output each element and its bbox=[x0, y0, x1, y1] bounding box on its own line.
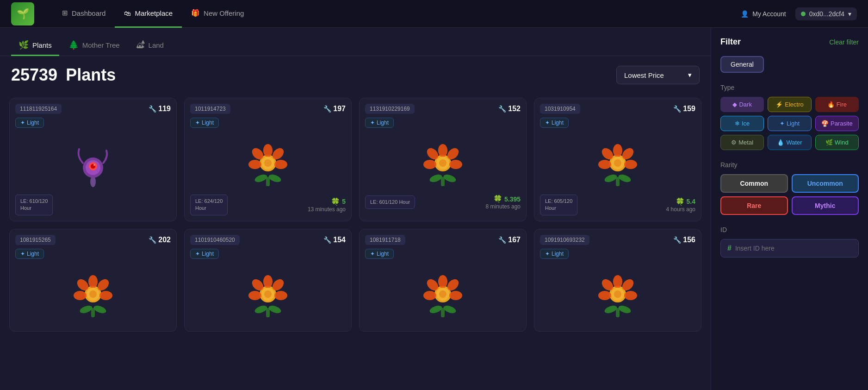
tab-plants[interactable]: 🌿 Plants bbox=[11, 35, 59, 56]
filter-rare[interactable]: Rare bbox=[720, 196, 788, 215]
plant-card[interactable]: 111811925164 🔧 119 ✦ Light bbox=[9, 98, 177, 221]
plant-card[interactable]: 1091910693232 🔧 156 ✦ Light bbox=[534, 229, 701, 332]
plant-card[interactable]: 1011914723 🔧 197 ✦ Light bbox=[184, 98, 352, 221]
filter-dark[interactable]: ◆ Dark bbox=[720, 97, 764, 112]
card-footer: LE: 610/120Hour bbox=[15, 195, 171, 215]
plant-image bbox=[15, 135, 171, 191]
rarity-filters: Common Uncommon Rare Mythic bbox=[720, 174, 859, 215]
svg-point-23 bbox=[449, 160, 462, 169]
svg-point-43 bbox=[88, 275, 98, 288]
power-icon: 🔧 bbox=[323, 236, 331, 244]
svg-point-54 bbox=[263, 275, 273, 288]
account-button[interactable]: 👤 My Account bbox=[741, 10, 786, 18]
id-section: # bbox=[720, 239, 859, 258]
power-value: 202 bbox=[158, 236, 171, 244]
svg-point-19 bbox=[442, 173, 457, 184]
logo-icon: 🌱 bbox=[11, 2, 34, 25]
svg-point-25 bbox=[423, 160, 436, 169]
type-label: Light bbox=[27, 251, 39, 257]
logo[interactable]: 🌱 bbox=[11, 2, 34, 25]
type-badge: ✦ Light bbox=[190, 118, 219, 128]
nav-new-offering[interactable]: 🎁 New Offering bbox=[182, 0, 253, 28]
filter-uncommon[interactable]: Uncommon bbox=[792, 174, 859, 193]
parasite-icon: 🍄 bbox=[821, 120, 829, 127]
wallet-status-dot bbox=[801, 12, 806, 16]
land-tab-icon: 🏕 bbox=[136, 40, 145, 50]
filter-ice[interactable]: ❄ Ice bbox=[720, 116, 764, 131]
plant-card[interactable]: 1081915265 🔧 202 ✦ Light bbox=[9, 229, 177, 332]
type-icon: ✦ bbox=[195, 251, 200, 257]
svg-point-32 bbox=[613, 144, 622, 157]
svg-point-62 bbox=[428, 304, 443, 315]
plant-card[interactable]: 1081911718 🔧 167 ✦ Light bbox=[359, 229, 527, 332]
svg-point-69 bbox=[423, 291, 436, 300]
filter-mythic[interactable]: Mythic bbox=[792, 196, 859, 215]
card-header: 1101910460520 🔧 154 bbox=[190, 235, 346, 245]
svg-rect-6 bbox=[266, 177, 270, 186]
svg-point-8 bbox=[267, 173, 282, 184]
dark-icon: ◆ bbox=[732, 101, 737, 108]
ice-icon: ❄ bbox=[735, 120, 740, 127]
filter-metal[interactable]: ⚙ Metal bbox=[720, 135, 764, 150]
filter-electro[interactable]: ⚡ Electro bbox=[768, 97, 811, 112]
type-icon: ✦ bbox=[20, 120, 25, 126]
general-button[interactable]: General bbox=[720, 56, 764, 73]
plant-card[interactable]: 1031910954 🔧 159 ✦ Light bbox=[534, 98, 701, 221]
svg-point-29 bbox=[603, 173, 618, 184]
plant-card[interactable]: 1131910229169 🔧 152 ✦ Light bbox=[359, 98, 527, 221]
wallet-button[interactable]: 0xd0...2dcf4 ▾ bbox=[795, 7, 857, 20]
filter-light[interactable]: ✦ Light bbox=[768, 116, 811, 131]
type-badge: ✦ Light bbox=[365, 118, 394, 128]
svg-rect-17 bbox=[441, 177, 445, 186]
card-power: 🔧 197 bbox=[323, 105, 346, 113]
filter-water[interactable]: 💧 Water bbox=[768, 135, 811, 150]
nav-links: ⊞ Dashboard 🛍 Marketplace 🎁 New Offering bbox=[53, 0, 741, 28]
filter-fire[interactable]: 🔥 Fire bbox=[815, 97, 859, 112]
svg-point-27 bbox=[439, 159, 446, 167]
card-header: 111811925164 🔧 119 bbox=[15, 104, 171, 114]
nav-marketplace[interactable]: 🛍 Marketplace bbox=[115, 0, 182, 28]
svg-point-14 bbox=[248, 160, 261, 169]
clear-filter-button[interactable]: Clear filter bbox=[829, 38, 859, 46]
content-header: 25739 Plants Lowest Price ▾ bbox=[0, 56, 711, 94]
plant-image bbox=[540, 266, 695, 322]
card-header: 1131910229169 🔧 152 bbox=[365, 104, 521, 114]
card-id: 1091910693232 bbox=[540, 235, 589, 245]
type-label: Light bbox=[552, 251, 564, 257]
type-label: Light bbox=[202, 120, 214, 126]
plant-image bbox=[540, 135, 695, 191]
svg-point-30 bbox=[617, 173, 632, 184]
svg-point-36 bbox=[598, 160, 611, 169]
card-footer: LE: 601/120 Hour 🍀 5.395 8 minutes ago bbox=[365, 195, 521, 210]
svg-point-73 bbox=[603, 304, 618, 315]
type-label: Light bbox=[27, 120, 39, 126]
plants-count: 25739 Plants bbox=[11, 65, 116, 85]
filter-parasite[interactable]: 🍄 Parasite bbox=[815, 116, 859, 131]
power-icon: 🔧 bbox=[673, 105, 681, 113]
tab-mother-tree[interactable]: 🌲 Mother Tree bbox=[61, 35, 127, 56]
plant-card[interactable]: 1101910460520 🔧 154 ✦ Light bbox=[184, 229, 352, 332]
harvest-value: 5 bbox=[342, 198, 346, 205]
svg-point-56 bbox=[274, 291, 287, 300]
svg-point-40 bbox=[79, 304, 93, 315]
svg-point-76 bbox=[613, 275, 622, 288]
type-icon: ✦ bbox=[195, 120, 200, 126]
main-container: 🌿 Plants 🌲 Mother Tree 🏕 Land 25739 Plan… bbox=[0, 28, 868, 390]
card-power: 🔧 202 bbox=[149, 236, 171, 244]
filter-wind[interactable]: 🌿 Wind bbox=[815, 135, 859, 150]
card-id: 111811925164 bbox=[15, 104, 62, 114]
clover-icon: 🍀 bbox=[493, 195, 502, 203]
svg-point-5 bbox=[93, 164, 95, 166]
nav-dashboard[interactable]: ⊞ Dashboard bbox=[53, 0, 115, 28]
plants-tab-icon: 🌿 bbox=[19, 40, 29, 50]
id-input[interactable] bbox=[735, 245, 852, 252]
svg-point-63 bbox=[442, 304, 457, 315]
sort-dropdown[interactable]: Lowest Price ▾ bbox=[616, 66, 700, 84]
svg-point-49 bbox=[89, 290, 97, 298]
svg-point-65 bbox=[438, 275, 447, 288]
power-value: 197 bbox=[333, 105, 346, 113]
tab-land[interactable]: 🏕 Land bbox=[129, 36, 171, 56]
rarity-section-title: Rarity bbox=[720, 161, 859, 169]
filter-common[interactable]: Common bbox=[720, 174, 788, 193]
filter-header: Filter Clear filter bbox=[720, 37, 859, 47]
